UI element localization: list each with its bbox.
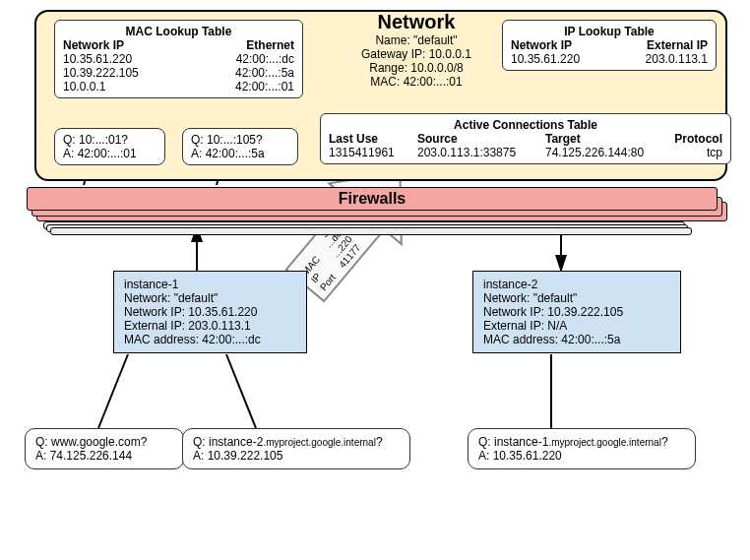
dns-q-pre: Q: instance-2 [193,435,263,449]
instance-line: External IP: N/A [483,319,670,333]
dns-q-domain: .myproject.google.internal [263,437,376,448]
network-name: Name: "default" [328,33,505,47]
instance-title: instance-2 [483,278,670,291]
act-col: Source [417,132,535,146]
instance-title: instance-1 [124,278,296,291]
mac-table-title: MAC Lookup Table [63,25,294,38]
packet-ip-src: ...220 [330,233,354,260]
dns-query-instance-2: Q: instance-2.myproject.google.internal?… [182,428,410,469]
q-text: A: 42:00:...:5a [191,147,289,160]
instance-line: Network IP: 10.39.222.105 [483,305,670,319]
dns-a: A: 74.125.226.144 [35,449,173,463]
firewalls-label: Firewalls [27,187,718,211]
packet-port-src: 41177 [337,242,363,271]
network-range: Range: 10.0.0.0/8 [328,61,505,75]
packet-col-ip: IP [309,271,324,285]
dns-q-post: ? [661,435,668,449]
dns-query-google: Q: www.google.com? A: 74.125.226.144 [25,428,184,469]
instance-2-box: instance-2 Network: "default" Network IP… [472,271,681,353]
dns-q: Q: instance-1.myproject.google.internal? [478,435,685,449]
q-text: A: 42:00:...:01 [63,147,156,160]
mac-row: 10.35.61.220 [63,52,132,66]
act-col: Protocol [673,132,722,146]
active-connections-table: Active Connections Table Last Use Source… [320,113,731,164]
mac-row: 10.0.0.1 [63,80,105,93]
ip-lookup-table: IP Lookup Table Network IP External IP 1… [502,20,717,71]
mac-row: 42:00:...:5a [235,66,294,80]
dns-q-pre: Q: instance-1 [478,435,548,449]
instance-line: Network: "default" [124,291,296,305]
mac-col-eth: Ethernet [246,38,294,52]
svg-line-3 [226,354,256,428]
network-meta: Network Name: "default" Gateway IP: 10.0… [320,7,513,93]
act-cell: 203.0.113.1:33875 [417,146,535,159]
mac-row: 42:00:...:dc [236,52,294,66]
act-col: Last Use [329,132,407,146]
dns-query-instance-1: Q: instance-1.myproject.google.internal?… [468,428,696,469]
ip-col-ext: External IP [647,38,708,52]
ip-col-ip: Network IP [511,38,572,52]
instance-line: MAC address: 42:00:...:dc [124,333,296,346]
instance-line: Network: "default" [483,291,670,305]
mac-query-1: Q: 10:...:01? A: 42:00:...:01 [54,128,165,165]
dns-a: A: 10.35.61.220 [478,449,685,463]
network-gateway: Gateway IP: 10.0.0.1 [328,47,505,61]
thin-strip [50,227,692,235]
dns-q-post: ? [376,435,383,449]
act-title: Active Connections Table [329,118,722,132]
ip-table-title: IP Lookup Table [511,25,708,38]
firewalls-text: Firewalls [339,190,406,208]
ip-row: 10.35.61.220 [511,52,580,66]
dns-q-domain: .myproject.google.internal [548,437,661,448]
ip-row: 203.0.113.1 [646,52,708,66]
dns-q: Q: www.google.com? [35,435,173,449]
dns-a: A: 10.39.222.105 [193,449,400,463]
q-text: Q: 10:...:105? [191,133,289,147]
mac-row: 10.39.222.105 [63,66,139,80]
q-text: Q: 10:...:01? [63,133,156,147]
mac-col-ip: Network IP [63,38,124,52]
act-col: Target [545,132,663,146]
instance-line: External IP: 203.0.113.1 [124,319,296,333]
mac-lookup-table: MAC Lookup Table Network IP Ethernet 10.… [54,20,303,98]
svg-line-2 [98,354,128,428]
instance-1-box: instance-1 Network: "default" Network IP… [113,271,307,353]
packet-col-port: Port [318,272,338,292]
dns-q: Q: instance-2.myproject.google.internal? [193,435,400,449]
instance-line: Network IP: 10.35.61.220 [124,305,296,319]
mac-query-2: Q: 10:...:105? A: 42:00:...:5a [182,128,298,165]
act-cell: 1315411961 [329,146,407,159]
network-mac: MAC: 42:00:...:01 [328,75,505,89]
act-cell: 74.125.226.144:80 [545,146,663,159]
mac-row: 42:00:...:01 [235,80,294,93]
network-title: Network [328,11,505,33]
act-cell: tcp [673,146,722,159]
instance-line: MAC address: 42:00:...:5a [483,333,670,346]
